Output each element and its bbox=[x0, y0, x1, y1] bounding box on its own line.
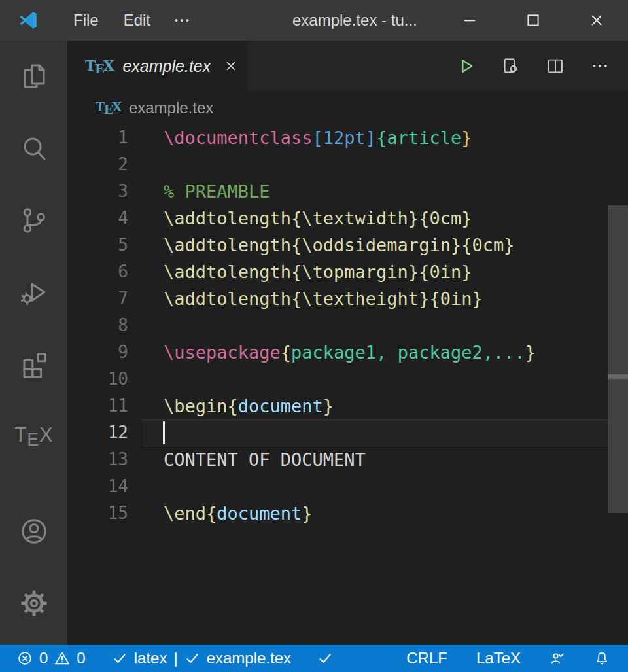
code-line[interactable]: 12 bbox=[67, 419, 628, 446]
person-check-icon bbox=[550, 650, 565, 666]
status-right: CRLFLaTeX bbox=[406, 649, 610, 667]
code-line[interactable]: 14 bbox=[67, 473, 628, 500]
line-number: 11 bbox=[67, 393, 143, 419]
activity-latex-workshop[interactable]: TEX bbox=[0, 400, 67, 472]
code-line[interactable]: 8 bbox=[67, 312, 628, 339]
status-text: example.tex bbox=[207, 649, 291, 667]
line-number: 3 bbox=[67, 178, 143, 205]
split-editor-button[interactable] bbox=[546, 56, 565, 76]
line-content: \addtolength{\oddsidemargin}{0cm} bbox=[143, 232, 628, 258]
code-line[interactable]: 9\usepackage{package1, package2,...} bbox=[67, 339, 628, 366]
activity-bar-bottom bbox=[0, 495, 67, 645]
code-line[interactable]: 1\documentclass[12pt]{article} bbox=[67, 124, 628, 151]
code-line[interactable]: 11\begin{document} bbox=[67, 393, 628, 419]
language-mode-indicator[interactable]: LaTeX bbox=[476, 649, 521, 667]
code-line[interactable]: 3% PREAMBLE bbox=[67, 178, 628, 205]
vscode-logo-icon bbox=[18, 10, 39, 31]
code-line[interactable]: 7\addtolength{\textheight}{0in} bbox=[67, 285, 628, 312]
status-text: | bbox=[173, 649, 177, 667]
minimize-button[interactable] bbox=[438, 0, 501, 41]
window-controls bbox=[438, 0, 628, 41]
latex-file-check-item[interactable]: latex|example.tex bbox=[112, 649, 291, 667]
notifications-item[interactable] bbox=[594, 650, 610, 666]
more-actions-button[interactable] bbox=[590, 56, 610, 76]
code-line[interactable]: 13CONTENT OF DOCUMENT bbox=[67, 446, 628, 473]
tab-label: example.tex bbox=[122, 57, 211, 76]
run-build-button[interactable] bbox=[457, 56, 476, 76]
line-content: \addtolength{\topmargin}{0in} bbox=[143, 258, 628, 285]
status-bar: 00latex|example.tex CRLFLaTeX bbox=[0, 645, 628, 672]
code-line[interactable]: 6\addtolength{\topmargin}{0in} bbox=[67, 258, 628, 285]
feedback-item[interactable] bbox=[550, 650, 565, 666]
tab-bar: TEX example.tex bbox=[67, 41, 628, 92]
error-icon bbox=[17, 650, 33, 666]
line-content bbox=[143, 312, 628, 339]
breadcrumb[interactable]: TEX example.tex bbox=[67, 92, 628, 124]
build-status-item[interactable] bbox=[317, 650, 333, 666]
line-number: 14 bbox=[67, 473, 143, 500]
maximize-button[interactable] bbox=[501, 0, 565, 41]
status-text: 0 bbox=[77, 649, 85, 667]
code-lines: 1\documentclass[12pt]{article}23% PREAMB… bbox=[67, 124, 628, 527]
activity-extensions[interactable] bbox=[0, 328, 67, 400]
breadcrumb-file: example.tex bbox=[129, 99, 213, 117]
vscode-window: File Edit example.tex - tu... TEX bbox=[0, 0, 628, 672]
code-line[interactable]: 5\addtolength{\oddsidemargin}{0cm} bbox=[67, 232, 628, 258]
line-number: 4 bbox=[67, 205, 143, 232]
line-number: 12 bbox=[67, 419, 143, 446]
overview-cursor-marker bbox=[608, 374, 628, 379]
activity-search[interactable] bbox=[0, 113, 67, 185]
activity-settings[interactable] bbox=[0, 567, 67, 639]
window-title: example.tex - tu... bbox=[292, 0, 417, 41]
line-content bbox=[143, 473, 628, 500]
line-content bbox=[143, 419, 628, 446]
warning-icon bbox=[54, 650, 70, 666]
editor-group: TEX example.tex TEX example.tex 1\docume… bbox=[67, 41, 628, 645]
check-icon bbox=[112, 650, 128, 666]
line-content: \documentclass[12pt]{article} bbox=[143, 124, 628, 151]
tex-file-icon: TEX bbox=[96, 99, 121, 116]
code-line[interactable]: 2 bbox=[67, 151, 628, 178]
activity-bar: TEX bbox=[0, 41, 67, 645]
line-number: 7 bbox=[67, 285, 143, 312]
line-content bbox=[143, 151, 628, 178]
line-content: \addtolength{\textwidth}{0cm} bbox=[143, 205, 628, 232]
line-number: 2 bbox=[67, 151, 143, 178]
editor-scrollbar[interactable] bbox=[608, 205, 628, 645]
line-number: 5 bbox=[67, 232, 143, 258]
menu-file[interactable]: File bbox=[61, 0, 111, 41]
code-line[interactable]: 10 bbox=[67, 366, 628, 393]
menu-overflow-button[interactable] bbox=[171, 9, 193, 31]
menu-edit[interactable]: Edit bbox=[111, 0, 163, 41]
line-content: \addtolength{\textheight}{0in} bbox=[143, 285, 628, 312]
check-icon bbox=[317, 650, 333, 666]
code-line[interactable]: 15\end{document} bbox=[67, 500, 628, 527]
tab-example-tex[interactable]: TEX example.tex bbox=[67, 41, 247, 92]
activity-explorer[interactable] bbox=[0, 41, 67, 113]
activity-source-control[interactable] bbox=[0, 185, 67, 256]
line-content: CONTENT OF DOCUMENT bbox=[143, 446, 628, 473]
line-content bbox=[143, 366, 628, 393]
preview-pdf-button[interactable] bbox=[501, 56, 521, 76]
close-button[interactable] bbox=[565, 0, 628, 41]
problems-item[interactable]: 00 bbox=[17, 649, 86, 667]
line-number: 15 bbox=[67, 500, 143, 527]
activity-run-debug[interactable] bbox=[0, 256, 67, 328]
line-content: \begin{document} bbox=[143, 393, 628, 419]
code-area[interactable]: 1\documentclass[12pt]{article}23% PREAMB… bbox=[67, 124, 628, 645]
check-icon bbox=[184, 650, 200, 666]
code-line[interactable]: 4\addtolength{\textwidth}{0cm} bbox=[67, 205, 628, 232]
eol-indicator[interactable]: CRLF bbox=[406, 649, 447, 667]
editor-actions bbox=[457, 41, 610, 92]
status-text: CRLF bbox=[406, 649, 447, 667]
scrollbar-thumb[interactable] bbox=[608, 205, 628, 513]
line-number: 8 bbox=[67, 312, 143, 339]
tab-close-icon[interactable] bbox=[222, 58, 239, 75]
bell-icon bbox=[594, 650, 610, 666]
line-content: % PREAMBLE bbox=[143, 178, 628, 205]
status-text: latex bbox=[134, 649, 167, 667]
activity-accounts[interactable] bbox=[0, 495, 67, 567]
line-number: 13 bbox=[67, 446, 143, 473]
status-left: 00latex|example.tex bbox=[17, 649, 333, 667]
title-bar: File Edit example.tex - tu... bbox=[0, 0, 628, 41]
